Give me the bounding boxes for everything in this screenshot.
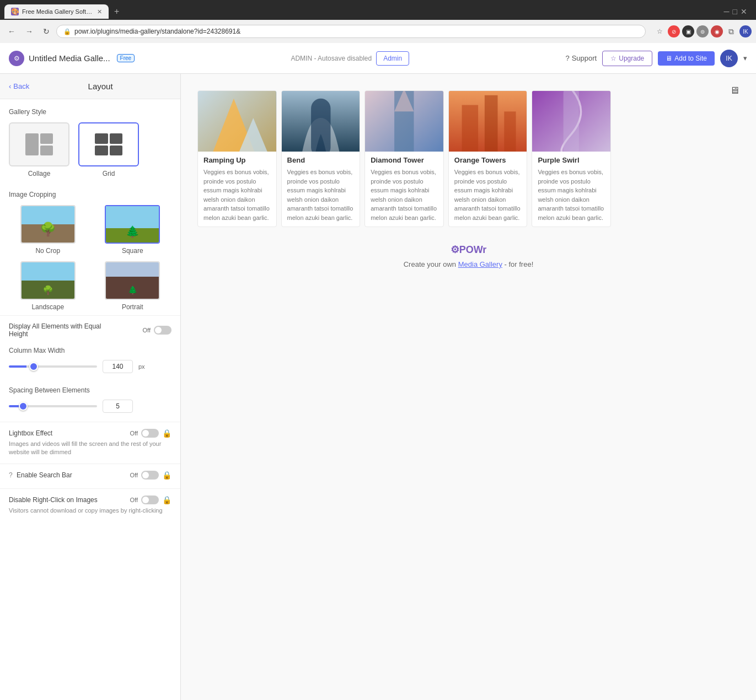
screen-icon[interactable]: 🖥 — [730, 85, 739, 96]
gallery-card-4-image — [449, 91, 527, 152]
right-click-toggle-wrap: Off 🔒 — [130, 496, 171, 504]
crop-options: No Crop Square Landscape — [9, 205, 171, 311]
column-max-width-input[interactable] — [103, 360, 133, 373]
extensions-button[interactable]: ⧉ — [725, 25, 737, 37]
gallery-card-3[interactable]: Diamond Tower Veggies es bonus vobis, pr… — [364, 90, 444, 227]
spacing-slider[interactable] — [9, 405, 97, 407]
back-nav-button[interactable]: ← — [4, 25, 19, 38]
extension-icon-1[interactable]: ⊘ — [668, 25, 680, 37]
upgrade-button[interactable]: ☆ Upgrade — [602, 51, 652, 66]
collage-cell-3 — [40, 146, 53, 156]
spacing-row — [9, 400, 171, 413]
tab-bar: 🎨 Free Media Gallery Software App... ✕ +… — [0, 0, 756, 20]
no-crop-option[interactable]: No Crop — [9, 205, 87, 255]
gallery-card-1[interactable]: Ramping Up Veggies es bonus vobis, proin… — [197, 90, 277, 227]
gallery-card-3-body: Diamond Tower Veggies es bonus vobis, pr… — [365, 152, 443, 227]
spacing-label: Spacing Between Elements — [9, 386, 171, 394]
bookmark-icon[interactable]: ☆ — [653, 25, 666, 37]
avatar-chevron[interactable]: ▾ — [743, 54, 747, 62]
card-title-3: Diamond Tower — [371, 156, 438, 164]
sidebar-title: Layout — [88, 82, 113, 91]
gallery-card-2-body: Bend Veggies es bonus vobis, proinde vos… — [282, 152, 360, 227]
gallery-card-5-body: Purple Swirl Veggies es bonus vobis, pro… — [532, 152, 610, 227]
grid-option[interactable]: Grid — [78, 122, 139, 177]
card-text-5: Veggies es bonus vobis, proinde vos post… — [538, 168, 605, 222]
gallery-style-label: Gallery Style — [9, 108, 171, 116]
search-bar-state: Off — [130, 472, 138, 478]
media-gallery-link[interactable]: Media Gallery — [458, 260, 502, 268]
gallery-card-1-body: Ramping Up Veggies es bonus vobis, proin… — [198, 152, 276, 227]
card-text-4: Veggies es bonus vobis, proinde vos post… — [454, 168, 522, 222]
card-title-2: Bend — [287, 156, 355, 164]
tab-title: Free Media Gallery Software App... — [22, 8, 94, 15]
gallery-card-5[interactable]: Purple Swirl Veggies es bonus vobis, pro… — [532, 90, 611, 227]
profile-icon[interactable]: IK — [739, 25, 752, 37]
lightbox-section: Lightbox Effect Off 🔒 Images and videos … — [0, 422, 180, 464]
back-button[interactable]: ‹ Back — [9, 82, 29, 90]
portrait-crop-thumb — [105, 261, 160, 300]
right-click-lock-icon: 🔒 — [162, 496, 171, 504]
landscape-crop-thumb — [20, 261, 76, 300]
right-click-desc: Visitors cannot download or copy images … — [9, 507, 171, 515]
card-title-5: Purple Swirl — [538, 156, 605, 164]
maximize-button[interactable]: □ — [733, 7, 737, 16]
card-text-2: Veggies es bonus vobis, proinde vos post… — [287, 168, 355, 222]
landscape-crop-option[interactable]: Landscape — [9, 261, 87, 311]
lightbox-lock-icon: 🔒 — [162, 429, 171, 438]
gallery-card-2[interactable]: Bend Veggies es bonus vobis, proinde vos… — [281, 90, 361, 227]
right-click-toggle[interactable] — [141, 496, 159, 504]
active-tab[interactable]: 🎨 Free Media Gallery Software App... ✕ — [4, 4, 109, 19]
spacing-input[interactable] — [103, 400, 133, 413]
footer-text-prefix: Create your own — [404, 260, 458, 268]
svg-rect-9 — [462, 105, 478, 152]
extension-icon-4[interactable]: ◉ — [711, 25, 723, 37]
add-to-site-button[interactable]: 🖥 Add to Site — [658, 51, 715, 66]
extension-icon-3[interactable]: ⊚ — [696, 25, 709, 37]
no-crop-thumb — [20, 205, 76, 244]
grid-cell-3 — [95, 146, 108, 156]
avatar[interactable]: IK — [720, 50, 738, 67]
grid-cell-1 — [95, 133, 108, 144]
minimize-button[interactable]: ─ — [724, 7, 730, 16]
lightbox-toggle[interactable] — [141, 429, 159, 438]
column-max-width-row: px — [9, 360, 171, 373]
portrait-crop-label: Portrait — [122, 303, 143, 311]
close-button[interactable]: ✕ — [741, 7, 747, 16]
reload-button[interactable]: ↻ — [40, 25, 53, 38]
gallery-card-4[interactable]: Orange Towers Veggies es bonus vobis, pr… — [448, 90, 528, 227]
column-max-width-section: Column Max Width px — [0, 342, 180, 382]
search-bar-label: ? Enable Search Bar — [9, 471, 72, 479]
support-label: Support — [572, 54, 597, 62]
collage-option-box — [9, 122, 69, 166]
extension-icon-2[interactable]: ▣ — [682, 25, 694, 37]
gallery-card-3-image — [365, 91, 443, 152]
main-content: ‹ Back Layout Gallery Style — [0, 74, 756, 700]
column-max-width-slider[interactable] — [9, 365, 97, 368]
tab-close-button[interactable]: ✕ — [97, 8, 102, 15]
gallery-grid: Ramping Up Veggies es bonus vobis, proin… — [197, 90, 611, 227]
search-bar-header: ? Enable Search Bar Off 🔒 — [9, 471, 171, 480]
admin-button[interactable]: Admin — [376, 51, 409, 66]
upgrade-label: Upgrade — [619, 55, 644, 62]
search-bar-toggle[interactable] — [141, 471, 159, 480]
equal-height-knob — [155, 327, 162, 333]
right-click-label: Disable Right-Click on Images — [9, 496, 98, 504]
add-to-site-label: Add to Site — [674, 55, 707, 62]
svg-rect-10 — [485, 95, 498, 152]
app-logo: ⚙ Untitled Media Galle... Free — [9, 51, 135, 66]
support-button[interactable]: ? Support — [565, 54, 597, 62]
portrait-crop-option[interactable]: Portrait — [94, 261, 172, 311]
new-tab-button[interactable]: + — [111, 7, 122, 17]
forward-nav-button[interactable]: → — [22, 25, 36, 38]
right-click-knob — [142, 497, 149, 503]
equal-height-toggle[interactable] — [154, 326, 171, 335]
square-crop-option[interactable]: Square — [94, 205, 172, 255]
svg-rect-11 — [504, 111, 516, 152]
image-cropping-section: Image Cropping No Crop Square — [0, 182, 180, 315]
browser-chrome: 🎨 Free Media Gallery Software App... ✕ +… — [0, 0, 756, 43]
gallery-card-2-image — [282, 91, 360, 152]
collage-option[interactable]: Collage — [9, 122, 69, 177]
admin-status: ADMIN - Autosave disabled — [291, 55, 372, 62]
app-title: Untitled Media Galle... — [29, 53, 110, 63]
address-bar[interactable]: 🔒 powr.io/plugins/media-gallery/standalo… — [56, 25, 646, 38]
